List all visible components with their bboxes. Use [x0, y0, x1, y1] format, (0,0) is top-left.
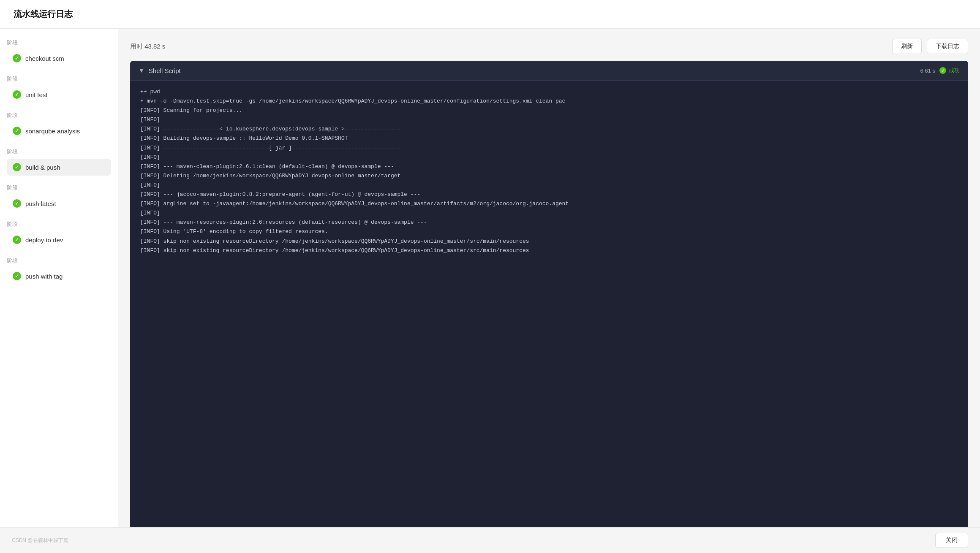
stage-item-6-0[interactable]: push with tag — [7, 268, 111, 285]
stage-label-2: 阶段 — [7, 111, 111, 119]
stage-item-1-0[interactable]: unit test — [7, 86, 111, 103]
check-icon — [13, 90, 21, 99]
stage-label-6: 阶段 — [7, 257, 111, 264]
stage-label-4: 阶段 — [7, 184, 111, 192]
footer-brand: CSDN @在森林中躲丁庭 — [12, 537, 68, 544]
footer: CSDN @在森林中躲丁庭 关闭 — [0, 527, 980, 553]
log-container: ▼ Shell Script 6.61 s 成功 ++ pwd + mvn -o… — [130, 61, 968, 542]
stage-item-4-0[interactable]: push latest — [7, 195, 111, 212]
refresh-button[interactable]: 刷新 — [892, 39, 922, 54]
stage-item-label: push with tag — [25, 273, 63, 280]
duration-text: 用时 43.82 s — [130, 43, 165, 51]
check-icon — [13, 199, 21, 208]
stage-item-0-0[interactable]: checkout scm — [7, 50, 111, 67]
success-icon — [939, 67, 946, 74]
stage-item-label: push latest — [25, 200, 56, 207]
stage-item-5-0[interactable]: deploy to dev — [7, 231, 111, 248]
stage-label-1: 阶段 — [7, 75, 111, 83]
chevron-down-icon: ▼ — [139, 67, 144, 74]
stage-label-5: 阶段 — [7, 220, 111, 228]
header: 流水线运行日志 — [0, 0, 980, 29]
step-duration: 6.61 s — [920, 68, 935, 74]
stage-item-label: checkout scm — [25, 55, 64, 62]
check-icon — [13, 54, 21, 62]
check-icon — [13, 236, 21, 244]
sidebar: 阶段checkout scm阶段unit test阶段sonarqube ana… — [0, 29, 118, 552]
stage-item-label: deploy to dev — [25, 236, 63, 244]
stage-item-label: build & push — [25, 164, 60, 171]
check-icon — [13, 272, 21, 280]
stage-label-3: 阶段 — [7, 148, 111, 155]
stage-item-label: sonarqube analysis — [25, 127, 80, 135]
stage-item-label: unit test — [25, 91, 48, 98]
check-icon — [13, 127, 21, 135]
shell-script-title: Shell Script — [149, 67, 181, 74]
stage-item-2-0[interactable]: sonarqube analysis — [7, 122, 111, 139]
content-area: 用时 43.82 s 刷新 下载日志 ▼ Shell Script 6.61 s… — [118, 29, 980, 552]
download-button[interactable]: 下载日志 — [927, 39, 968, 54]
stage-item-3-0[interactable]: build & push — [7, 159, 111, 176]
success-label: 成功 — [949, 67, 960, 74]
page-title: 流水线运行日志 — [14, 9, 73, 19]
stage-label-0: 阶段 — [7, 39, 111, 46]
log-body: ++ pwd + mvn -o -Dmaven.test.skip=true -… — [130, 81, 968, 262]
close-button[interactable]: 关闭 — [935, 533, 968, 548]
check-icon — [13, 163, 21, 171]
